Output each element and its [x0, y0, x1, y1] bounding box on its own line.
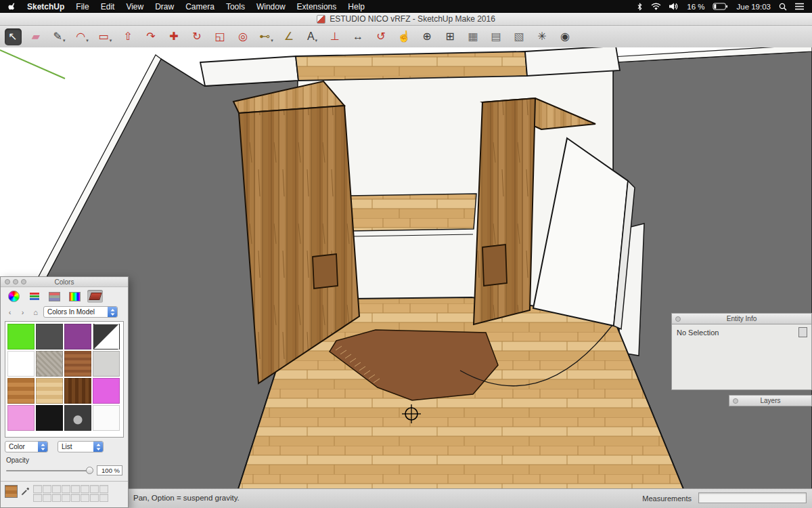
concrete-texture[interactable] [36, 351, 63, 377]
palette-cell[interactable] [52, 494, 61, 502]
rotate-tool[interactable]: ↻ [189, 28, 206, 45]
eraser-tool[interactable]: ▰ [28, 28, 45, 45]
wifi-icon[interactable] [651, 3, 661, 11]
color-wheel-icon[interactable] [6, 290, 22, 303]
walk-tool[interactable]: ✳ [534, 28, 551, 45]
eyedropper-icon[interactable] [21, 487, 30, 496]
components-tool[interactable]: ▧ [511, 28, 528, 45]
color-palettes-icon[interactable] [47, 290, 62, 303]
Tools[interactable]: Tools [226, 2, 245, 12]
collapse-dot-icon[interactable] [733, 398, 738, 404]
speaker[interactable] [64, 405, 91, 431]
Help[interactable]: Help [348, 2, 365, 12]
color-sliders-icon[interactable] [26, 290, 42, 303]
palette-cell[interactable] [81, 485, 89, 493]
scale-tool[interactable]: ◱ [212, 28, 229, 45]
black-white-diagonal[interactable] [93, 324, 120, 350]
palette-cell[interactable] [99, 494, 108, 502]
wood-planks[interactable] [7, 378, 35, 404]
forward-button[interactable]: › [18, 308, 28, 317]
protractor-tool[interactable]: ∠ [281, 28, 298, 45]
Draw[interactable]: Draw [155, 2, 174, 12]
pan-tool[interactable]: ☝ [396, 28, 413, 45]
brick-texture[interactable] [64, 351, 91, 377]
top-beam-right[interactable] [525, 47, 620, 76]
upper-floor-strip[interactable] [296, 51, 527, 81]
purple[interactable] [64, 324, 91, 350]
spectrum-icon[interactable] [67, 290, 83, 303]
pink[interactable] [7, 405, 35, 431]
palette-cell[interactable] [62, 494, 70, 502]
zoom-extents-tool[interactable]: ⊞ [442, 28, 459, 45]
palette-cell[interactable] [81, 494, 89, 502]
layers-titlebar[interactable]: Layers [729, 395, 812, 406]
opacity-value[interactable]: 100 % [97, 465, 122, 475]
shape-tool[interactable]: ▭ ▾ [97, 28, 114, 45]
palette-cell[interactable] [90, 485, 99, 493]
volume-icon[interactable] [669, 3, 679, 10]
palette-cell[interactable] [52, 485, 61, 493]
white-2[interactable] [93, 405, 120, 431]
opacity-slider-knob[interactable] [86, 467, 93, 474]
black[interactable] [36, 405, 63, 431]
back-button[interactable]: ‹ [5, 308, 15, 317]
palette-cell[interactable] [43, 485, 51, 493]
entity-info-titlebar[interactable]: Entity Info [671, 313, 812, 324]
dark-gray[interactable] [36, 324, 63, 350]
orbit-tool[interactable]: ↺ [373, 28, 390, 45]
palette-cell[interactable] [71, 485, 80, 493]
light-gray[interactable] [93, 351, 120, 377]
bluetooth-icon[interactable] [637, 3, 643, 11]
Camera[interactable]: Camera [185, 2, 215, 12]
dimension-tool[interactable]: ↔ [350, 28, 367, 45]
View[interactable]: View [126, 2, 143, 12]
axes-tool[interactable]: ⊥ [327, 28, 344, 45]
opacity-slider-track[interactable] [6, 470, 87, 471]
Extensions[interactable]: Extensions [297, 2, 337, 12]
bright-green[interactable] [7, 324, 35, 350]
Window[interactable]: Window [256, 2, 286, 12]
look-around-tool[interactable]: ◉ [557, 28, 574, 45]
select-tool[interactable]: ↖ [5, 28, 22, 45]
share-model-tool[interactable]: ▤ [488, 28, 505, 45]
zoom-tool[interactable]: ⊕ [419, 28, 436, 45]
palette-cell[interactable] [43, 494, 51, 502]
palette-cell[interactable] [33, 494, 42, 502]
white[interactable] [7, 351, 35, 377]
color-mode-select[interactable]: Color [5, 441, 48, 452]
palette-cell[interactable] [62, 485, 70, 493]
home-button[interactable]: ⌂ [30, 308, 41, 317]
measurements-input[interactable] [698, 492, 807, 503]
File[interactable]: File [76, 2, 89, 12]
line-tool[interactable]: ✎ ▾ [51, 28, 68, 45]
offset-tool[interactable]: ◎ [235, 28, 252, 45]
dark-wood[interactable] [64, 378, 91, 404]
left-panel-recess[interactable] [313, 254, 338, 289]
get-models-tool[interactable]: ▦ [465, 28, 482, 45]
Edit[interactable]: Edit [101, 2, 115, 12]
apple-menu-icon[interactable] [8, 2, 17, 12]
palette-cell[interactable] [99, 485, 108, 493]
move-tool[interactable]: ✚ [166, 28, 183, 45]
notification-center-icon[interactable] [795, 3, 804, 10]
light-wood[interactable] [36, 378, 63, 404]
collapse-dot-icon[interactable] [675, 316, 681, 322]
palette-cell[interactable] [90, 494, 99, 502]
back-wood-step[interactable] [348, 194, 476, 231]
colors-panel-titlebar[interactable]: Colors [1, 277, 128, 287]
battery-icon[interactable] [713, 3, 728, 10]
right-panel-recess[interactable] [482, 245, 507, 286]
current-material-swatch[interactable] [5, 485, 18, 498]
push-pull-tool[interactable]: ⇧ [120, 28, 137, 45]
palette-cell[interactable] [71, 494, 80, 502]
list-view-select[interactable]: List [58, 441, 104, 452]
tape-measure-tool[interactable]: ⊷ ▾ [258, 28, 275, 45]
arc-tool[interactable]: ◠ ▾ [74, 28, 91, 45]
magenta[interactable] [93, 378, 120, 404]
palette-cell[interactable] [33, 485, 42, 493]
menu-clock[interactable]: Jue 19:03 [736, 3, 771, 11]
materials-brick-icon[interactable] [87, 290, 103, 303]
text-tool[interactable]: A ▾ [304, 28, 321, 45]
window-traffic-dots[interactable] [5, 279, 26, 284]
window-title-bar[interactable]: ESTUDIO NICO vRFZ - SketchUp Make 2016 [0, 13, 812, 26]
